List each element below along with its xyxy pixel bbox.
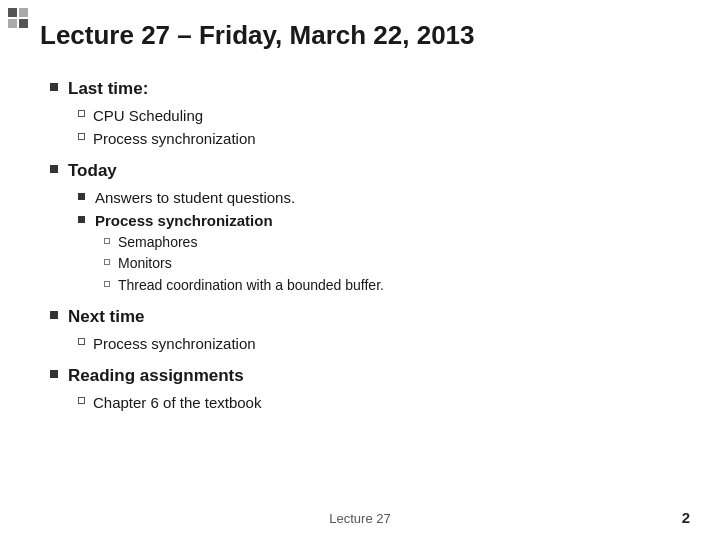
next-time-subs: Process synchronization xyxy=(78,333,680,354)
sub-bullet-icon xyxy=(78,133,85,140)
today-sub-process-sync: Process synchronization xyxy=(78,210,680,231)
last-time-label: Last time: xyxy=(68,77,148,101)
chapter-text: Chapter 6 of the textbook xyxy=(93,392,261,413)
level3-semaphores: Semaphores xyxy=(104,233,680,253)
sub-bullet-icon xyxy=(78,397,85,404)
bullet-last-time: Last time: xyxy=(50,77,680,101)
bullet-reading: Reading assignments xyxy=(50,364,680,388)
section-today: Today Answers to student questions. Proc… xyxy=(50,159,680,296)
bullet-icon xyxy=(50,311,58,319)
bullet-today: Today xyxy=(50,159,680,183)
sub-bullet-chapter: Chapter 6 of the textbook xyxy=(78,392,680,413)
level3-icon xyxy=(104,281,110,287)
sub-bullet-cpu: CPU Scheduling xyxy=(78,105,680,126)
sub-bullet-process-sync-2: Process synchronization xyxy=(78,333,680,354)
footer-text: Lecture 27 xyxy=(329,511,390,526)
sub-bullet-icon xyxy=(78,338,85,345)
bullet-icon xyxy=(50,165,58,173)
today-label: Today xyxy=(68,159,117,183)
today-sub-answers: Answers to student questions. xyxy=(78,187,680,208)
section-reading: Reading assignments Chapter 6 of the tex… xyxy=(50,364,680,413)
today-subs: Answers to student questions. Process sy… xyxy=(78,187,680,296)
page-number: 2 xyxy=(682,509,690,526)
next-time-label: Next time xyxy=(68,305,145,329)
level3-icon xyxy=(104,259,110,265)
bullet-next-time: Next time xyxy=(50,305,680,329)
cpu-scheduling-text: CPU Scheduling xyxy=(93,105,203,126)
process-sync-next-text: Process synchronization xyxy=(93,333,256,354)
slide-title: Lecture 27 – Friday, March 22, 2013 xyxy=(40,20,680,57)
process-sync-text-1: Process synchronization xyxy=(93,128,256,149)
reading-label: Reading assignments xyxy=(68,364,244,388)
sub-bullet-process-sync-1: Process synchronization xyxy=(78,128,680,149)
today-sub-icon xyxy=(78,193,85,200)
bullet-icon xyxy=(50,370,58,378)
process-sync-today-text: Process synchronization xyxy=(95,210,273,231)
today-sub-icon xyxy=(78,216,85,223)
semaphores-text: Semaphores xyxy=(118,233,197,253)
decorative-squares xyxy=(8,8,28,28)
last-time-subs: CPU Scheduling Process synchronization xyxy=(78,105,680,149)
footer: Lecture 27 xyxy=(0,511,720,526)
level3-thread-coord: Thread coordination with a bounded buffe… xyxy=(104,276,680,296)
reading-subs: Chapter 6 of the textbook xyxy=(78,392,680,413)
slide-content: Last time: CPU Scheduling Process synchr… xyxy=(40,77,680,413)
level3-icon xyxy=(104,238,110,244)
level3-list: Semaphores Monitors Thread coordination … xyxy=(104,233,680,296)
section-last-time: Last time: CPU Scheduling Process synchr… xyxy=(50,77,680,149)
monitors-text: Monitors xyxy=(118,254,172,274)
thread-coord-text: Thread coordination with a bounded buffe… xyxy=(118,276,384,296)
answers-text: Answers to student questions. xyxy=(95,187,295,208)
section-next-time: Next time Process synchronization xyxy=(50,305,680,354)
slide: Lecture 27 – Friday, March 22, 2013 Last… xyxy=(0,0,720,540)
level3-monitors: Monitors xyxy=(104,254,680,274)
sub-bullet-icon xyxy=(78,110,85,117)
bullet-icon xyxy=(50,83,58,91)
